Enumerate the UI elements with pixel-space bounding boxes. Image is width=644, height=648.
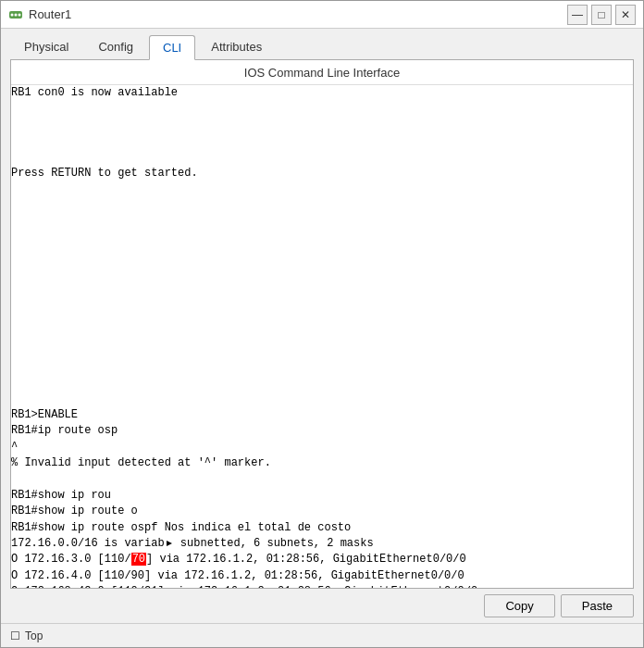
highlight-70: 70: [131, 553, 146, 566]
cli-header: IOS Command Line Interface: [11, 60, 633, 85]
svg-point-1: [11, 13, 14, 16]
maximize-button[interactable]: □: [591, 5, 612, 25]
cli-line-ospf-3: O 172.168.42.0 [110/21] via 172.16.1.2, …: [11, 585, 477, 588]
cli-line-ospf-2: O 172.16.4.0 [110/90] via 172.16.1.2, 01…: [11, 569, 464, 582]
tab-content-cli: IOS Command Line Interface RB1 con0 is n…: [10, 59, 634, 589]
tab-attributes[interactable]: Attributes: [197, 34, 276, 59]
copy-button[interactable]: Copy: [484, 594, 554, 617]
title-bar-left: Router1: [8, 7, 71, 22]
close-button[interactable]: ✕: [615, 5, 636, 25]
cli-line-press-return: Press RETURN to get started.: [11, 167, 198, 180]
title-bar-controls: — □ ✕: [567, 5, 636, 25]
cli-line-ip-route-osp: RB1#ip route osp: [11, 424, 118, 437]
cli-line-subnet2: subnetted, 6 subnets, 2 masks: [174, 537, 374, 550]
arrow-icon: [165, 539, 174, 548]
svg-marker-4: [167, 541, 172, 546]
window-title: Router1: [29, 7, 71, 21]
svg-point-2: [15, 13, 18, 16]
cli-scroll-area: RB1 con0 is now available Press RETURN t…: [11, 85, 633, 588]
cli-terminal[interactable]: RB1 con0 is now available Press RETURN t…: [11, 85, 633, 588]
paste-button[interactable]: Paste: [561, 594, 634, 617]
top-label: Top: [25, 629, 43, 642]
cli-line-ospf-1: O 172.16.3.0 [110/70] via 172.16.1.2, 01…: [11, 553, 466, 566]
cli-line-subnet: 172.16.0.0/16 is variab: [11, 537, 165, 550]
cli-line-caret: ^: [11, 441, 18, 454]
cli-line-show-rou: RB1#show ip rou: [11, 489, 111, 502]
annotation-text: Nos indica el total de costo: [165, 521, 352, 534]
cli-line-1: RB1 con0 is now available: [11, 86, 178, 99]
check-icon: ☐: [10, 629, 20, 642]
svg-point-3: [19, 13, 21, 16]
bottom-bar: Copy Paste: [1, 589, 643, 623]
cli-line-show-route-o: RB1#show ip route o: [11, 505, 138, 517]
tab-physical[interactable]: Physical: [10, 34, 82, 59]
cli-line-enable: RB1>ENABLE: [11, 408, 78, 421]
tab-config[interactable]: Config: [84, 34, 147, 59]
main-window: Router1 — □ ✕ Physical Config CLI Attrib…: [0, 0, 644, 648]
status-bar: ☐ Top: [1, 623, 643, 647]
tab-bar: Physical Config CLI Attributes: [1, 29, 643, 59]
title-bar: Router1 — □ ✕: [1, 1, 643, 29]
cli-line-show-ospf: RB1#show ip route ospf: [11, 521, 157, 534]
minimize-button[interactable]: —: [567, 5, 588, 25]
tab-cli[interactable]: CLI: [149, 35, 195, 60]
cli-line-error: % Invalid input detected at '^' marker.: [11, 456, 271, 469]
router-icon: [8, 7, 23, 22]
